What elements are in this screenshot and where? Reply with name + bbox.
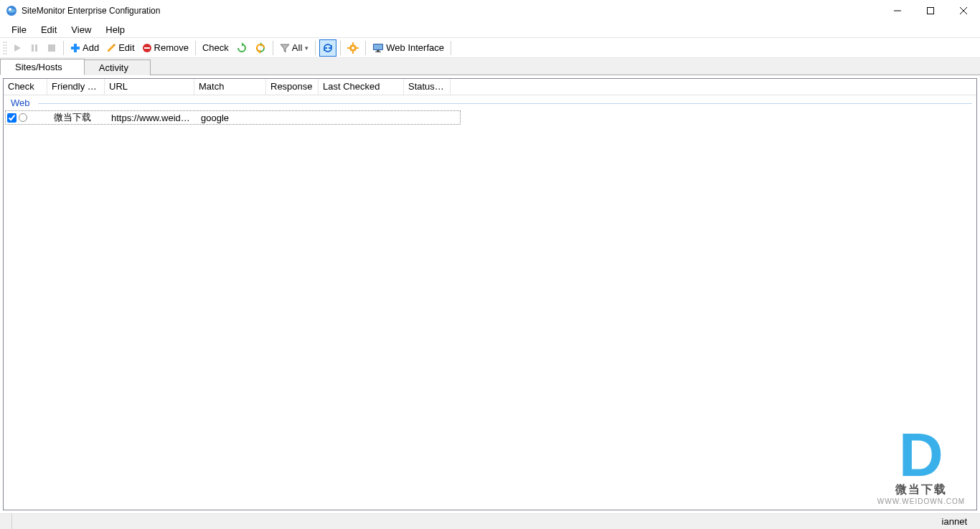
svg-rect-22	[375, 52, 381, 52]
titlebar: SiteMonitor Enterprise Configuration	[0, 0, 980, 22]
check-label: Check	[202, 42, 229, 53]
web-interface-label: Web Interface	[386, 42, 444, 53]
group-line	[38, 103, 972, 104]
row-match: google	[197, 112, 268, 124]
edit-label: Edit	[118, 42, 134, 53]
svg-rect-21	[377, 50, 380, 52]
row-last-checked	[321, 117, 406, 118]
pause-button[interactable]	[27, 39, 42, 57]
svg-rect-8	[48, 44, 55, 52]
row-response	[268, 117, 321, 118]
toolbar: Add Edit Remove Check All ▾ Web Interfac…	[0, 38, 980, 58]
play-button[interactable]	[9, 39, 25, 57]
toolbar-grip	[3, 41, 6, 55]
app-icon	[6, 5, 17, 16]
svg-rect-16	[352, 52, 354, 54]
filter-label: All	[292, 42, 302, 53]
filter-button[interactable]: All ▾	[277, 39, 311, 57]
maximize-button[interactable]	[914, 0, 947, 22]
menu-edit[interactable]: Edit	[34, 22, 64, 37]
funnel-icon	[280, 43, 290, 53]
watermark: D 微当下载 WWW.WEIDOWN.COM	[877, 427, 965, 505]
col-response[interactable]: Response	[266, 79, 319, 95]
tab-sites-hosts[interactable]: Sites/Hosts	[0, 59, 85, 75]
autorefresh-button[interactable]	[319, 39, 336, 57]
group-web[interactable]: Web	[4, 95, 976, 110]
row-friendly-name: 微当下载	[50, 110, 107, 125]
grid-container: Check Friendly Na… URL Match Response La…	[3, 78, 977, 510]
status-dot-icon	[19, 113, 27, 122]
col-check[interactable]: Check	[4, 79, 47, 95]
row-checkbox[interactable]	[7, 113, 17, 123]
svg-point-14	[352, 47, 354, 49]
check-button[interactable]: Check	[199, 39, 232, 57]
svg-rect-10	[71, 47, 80, 49]
menu-view[interactable]: View	[64, 22, 98, 37]
status-right: iannet	[942, 516, 967, 527]
add-button[interactable]: Add	[67, 39, 102, 57]
svg-rect-6	[32, 44, 34, 52]
minimize-button[interactable]	[881, 0, 914, 22]
remove-icon	[142, 43, 152, 53]
svg-rect-3	[928, 7, 934, 14]
col-status-code[interactable]: Status Co…	[404, 79, 451, 95]
menu-help[interactable]: Help	[98, 22, 132, 37]
svg-point-1	[9, 8, 11, 11]
edit-button[interactable]: Edit	[103, 39, 137, 57]
refresh-one-button[interactable]	[233, 39, 250, 57]
svg-rect-18	[357, 47, 359, 49]
stop-button[interactable]	[44, 39, 60, 57]
pencil-icon	[106, 43, 116, 53]
table-row[interactable]: 微当下载 https://www.weido… google	[5, 110, 461, 125]
svg-rect-17	[347, 47, 349, 49]
grid-header: Check Friendly Na… URL Match Response La…	[4, 79, 976, 95]
remove-label: Remove	[154, 42, 189, 53]
menubar: File Edit View Help	[0, 22, 980, 38]
col-friendly-name[interactable]: Friendly Na…	[47, 79, 105, 95]
group-web-label: Web	[11, 97, 30, 108]
col-last-checked[interactable]: Last Checked	[319, 79, 404, 95]
remove-button[interactable]: Remove	[139, 39, 192, 57]
svg-rect-7	[35, 44, 37, 52]
row-url: https://www.weido…	[107, 112, 197, 124]
refresh-all-button[interactable]	[252, 39, 269, 57]
web-interface-button[interactable]: Web Interface	[369, 39, 447, 57]
add-label: Add	[83, 42, 99, 53]
watermark-text1: 微当下载	[877, 482, 965, 497]
col-match[interactable]: Match	[194, 79, 266, 95]
close-button[interactable]	[947, 0, 980, 22]
col-url[interactable]: URL	[105, 79, 194, 95]
window-title: SiteMonitor Enterprise Configuration	[22, 6, 160, 16]
tabstrip: Sites/Hosts Activity	[0, 58, 980, 75]
svg-rect-12	[144, 47, 150, 49]
statusbar: iannet	[0, 513, 980, 529]
plus-icon	[70, 43, 80, 53]
tab-activity[interactable]: Activity	[84, 59, 151, 75]
monitor-icon	[372, 42, 384, 54]
settings-button[interactable]	[344, 39, 362, 57]
cycle-icon	[322, 42, 334, 54]
refresh-all-icon	[255, 42, 266, 54]
svg-rect-20	[374, 44, 382, 49]
chevron-down-icon: ▾	[305, 44, 308, 52]
refresh-icon	[236, 42, 248, 54]
svg-rect-15	[352, 42, 354, 44]
gear-icon	[347, 42, 359, 54]
main-panel: Check Friendly Na… URL Match Response La…	[0, 75, 980, 513]
watermark-text2: WWW.WEIDOWN.COM	[877, 497, 965, 505]
row-status-code	[406, 117, 453, 118]
menu-file[interactable]: File	[4, 22, 34, 37]
